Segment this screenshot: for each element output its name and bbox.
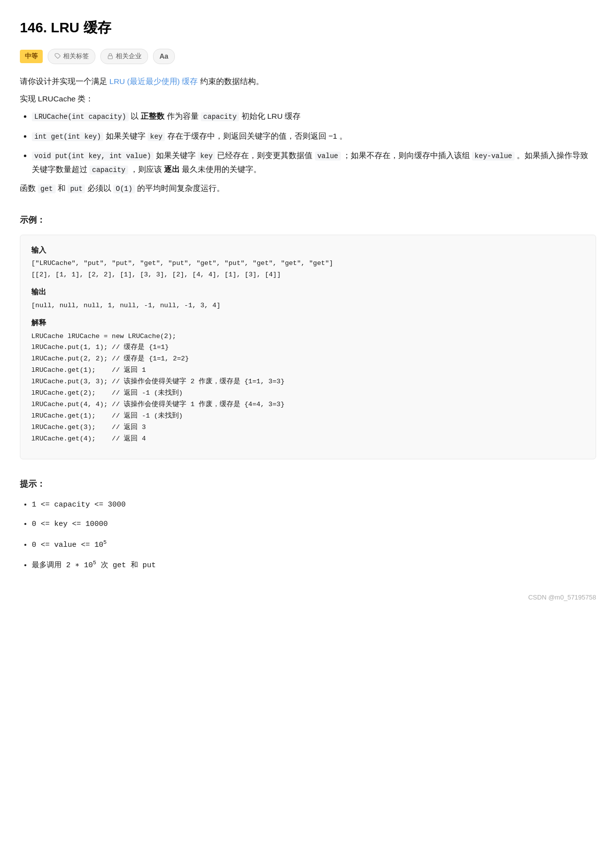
desc-item-2: int get(int key) 如果关键字 key 存在于缓存中，则返回关键字… <box>32 129 596 143</box>
example-title: 示例： <box>20 213 596 228</box>
input-section: 输入 ["LRUCache", "put", "put", "get", "pu… <box>31 244 585 281</box>
description-block: 请你设计并实现一个满足 LRU (最近最少使用) 缓存 约束的数据结构。 实现 … <box>20 75 596 195</box>
hint-item-1: 1 <= capacity <= 3000 <box>32 499 596 512</box>
impl-label: 实现 LRUCache 类： <box>20 92 596 105</box>
svg-rect-0 <box>108 56 113 59</box>
desc-item-1: LRUCache(int capacity) 以 正整数 作为容量 capaci… <box>32 109 596 123</box>
output-section: 输出 [null, null, null, 1, null, -1, null,… <box>31 286 585 312</box>
explain-lines: LRUCache lRUCache = new LRUCache(2); lRU… <box>31 331 585 445</box>
hint-list: 1 <= capacity <= 30000 <= key <= 100000 … <box>20 499 596 572</box>
hint-item-3: 0 <= value <= 105 <box>32 538 596 552</box>
font-size-button[interactable]: Aa <box>153 49 175 65</box>
complexity-line: 函数 get 和 put 必须以 O(1) 的平均时间复杂度运行。 <box>20 182 596 195</box>
desc-item-3: void put(int key, int value) 如果关键字 key 已… <box>32 149 596 176</box>
input-line1: ["LRUCache", "put", "put", "get", "put",… <box>31 258 585 269</box>
lock-icon <box>107 53 114 60</box>
footer-credit: CSDN @m0_57195758 <box>20 592 596 603</box>
explain-section: 解释 LRUCache lRUCache = new LRUCache(2); … <box>31 317 585 445</box>
tag-icon <box>54 53 61 60</box>
tag-row: 中等 相关标签 相关企业 Aa <box>20 49 596 65</box>
difficulty-badge[interactable]: 中等 <box>20 50 43 63</box>
hint-item-4: 最多调用 2 ∗ 105 次 get 和 put <box>32 558 596 572</box>
input-line2: [[2], [1, 1], [2, 2], [1], [3, 3], [2], … <box>31 269 585 281</box>
example-box: 输入 ["LRUCache", "put", "put", "get", "pu… <box>20 235 596 459</box>
input-label: 输入 <box>31 244 585 257</box>
hints-section: 提示： 1 <= capacity <= 30000 <= key <= 100… <box>20 477 596 572</box>
desc-code-3: void put(int key, int value) <box>32 152 154 161</box>
desc-code-2: int get(int key) <box>32 132 103 141</box>
output-line: [null, null, null, 1, null, -1, null, -1… <box>31 300 585 312</box>
related-company-button[interactable]: 相关企业 <box>100 49 148 64</box>
hint-item-2: 0 <= key <= 10000 <box>32 518 596 531</box>
example-section: 示例： 输入 ["LRUCache", "put", "put", "get",… <box>20 213 596 459</box>
lru-link[interactable]: LRU (最近最少使用) 缓存 <box>109 77 198 86</box>
page-title: 146. LRU 缓存 <box>20 16 596 40</box>
intro-paragraph: 请你设计并实现一个满足 LRU (最近最少使用) 缓存 约束的数据结构。 <box>20 75 596 88</box>
output-label: 输出 <box>31 286 585 298</box>
description-list: LRUCache(int capacity) 以 正整数 作为容量 capaci… <box>20 109 596 176</box>
desc-code-1: LRUCache(int capacity) <box>32 112 129 121</box>
hints-title: 提示： <box>20 477 596 492</box>
related-tags-button[interactable]: 相关标签 <box>48 49 95 64</box>
explain-label: 解释 <box>31 317 585 329</box>
